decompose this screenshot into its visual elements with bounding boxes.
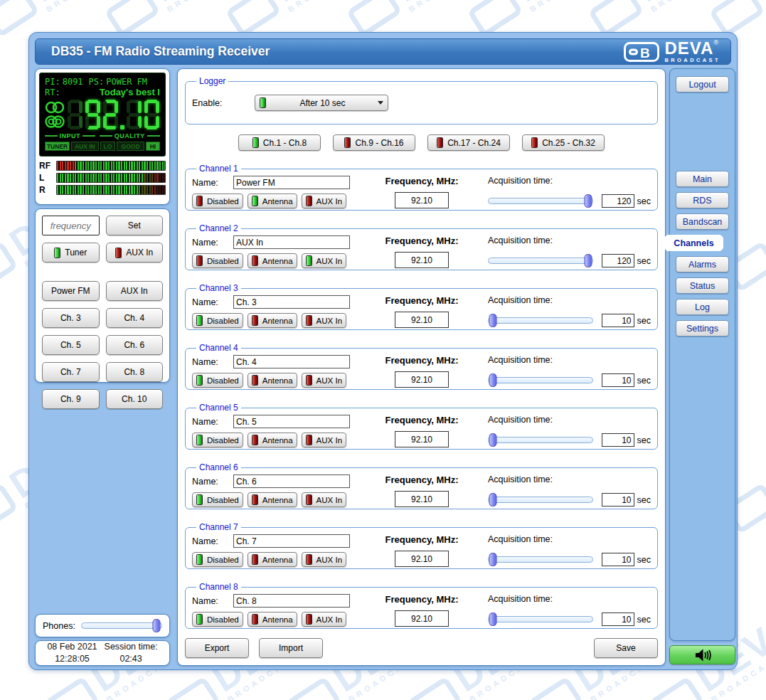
sidebar-item-channels[interactable]: Channels bbox=[664, 235, 723, 251]
channel-auxin-button[interactable]: AUX In bbox=[302, 313, 346, 328]
db-logo-watermark-icon bbox=[286, 677, 342, 700]
acquisition-time-slider[interactable] bbox=[488, 258, 593, 264]
acquisition-time-input[interactable] bbox=[602, 612, 634, 626]
preset-ch3-button[interactable]: Ch. 3 bbox=[42, 308, 100, 328]
preset-ch4-button[interactable]: Ch. 4 bbox=[106, 308, 164, 328]
channel-auxin-button[interactable]: AUX In bbox=[302, 492, 346, 507]
channel-antenna-button[interactable]: Antenna bbox=[248, 612, 297, 627]
acquisition-time-slider[interactable] bbox=[488, 377, 593, 383]
set-frequency-button[interactable]: Set bbox=[106, 216, 164, 235]
save-button[interactable]: Save bbox=[594, 638, 658, 658]
right-meter-label: R bbox=[39, 185, 56, 195]
acquisition-time-input[interactable] bbox=[602, 194, 634, 208]
channel-disabled-button[interactable]: Disabled bbox=[192, 373, 243, 388]
audio-monitor-button[interactable] bbox=[669, 645, 735, 664]
preset-auxin-button[interactable]: AUX In bbox=[106, 281, 164, 301]
slider-thumb[interactable] bbox=[489, 493, 496, 507]
channel-auxin-button[interactable]: AUX In bbox=[302, 433, 346, 447]
tab-ch17-ch24[interactable]: Ch.17 - Ch.24 bbox=[427, 134, 510, 151]
channel-antenna-button[interactable]: Antenna bbox=[248, 373, 297, 388]
sidebar-item-settings[interactable]: Settings bbox=[676, 320, 729, 336]
channel-name-input[interactable] bbox=[233, 474, 350, 488]
phones-volume-slider[interactable] bbox=[81, 622, 162, 629]
channel-name-input[interactable] bbox=[233, 355, 350, 368]
frequency-input[interactable] bbox=[395, 252, 449, 268]
channel-auxin-button[interactable]: AUX In bbox=[302, 612, 346, 627]
auxin-source-button[interactable]: AUX In bbox=[106, 243, 164, 262]
acquisition-time-input[interactable] bbox=[602, 553, 634, 566]
frequency-input[interactable] bbox=[395, 551, 449, 567]
channel-disabled-button[interactable]: Disabled bbox=[192, 253, 243, 268]
channel-auxin-button[interactable]: AUX In bbox=[302, 552, 346, 567]
channel-antenna-button[interactable]: Antenna bbox=[248, 193, 297, 208]
frequency-input[interactable] bbox=[395, 371, 449, 388]
slider-thumb[interactable] bbox=[489, 553, 496, 566]
preset-powerfm-button[interactable]: Power FM bbox=[42, 281, 100, 301]
frequency-input[interactable] bbox=[395, 610, 449, 627]
logger-enable-dropdown[interactable]: After 10 sec bbox=[255, 95, 388, 111]
slider-thumb[interactable] bbox=[153, 619, 161, 632]
preset-ch8-button[interactable]: Ch. 8 bbox=[106, 362, 164, 382]
channel-disabled-button[interactable]: Disabled bbox=[192, 313, 243, 328]
slider-thumb[interactable] bbox=[489, 612, 496, 626]
acquisition-time-slider[interactable] bbox=[488, 317, 593, 324]
channel-name-input[interactable] bbox=[233, 415, 350, 428]
logout-button[interactable]: Logout bbox=[676, 76, 729, 92]
acquisition-time-input[interactable] bbox=[602, 373, 634, 387]
acquisition-time-slider[interactable] bbox=[488, 497, 593, 503]
export-button[interactable]: Export bbox=[185, 638, 249, 658]
acquisition-time-input[interactable] bbox=[602, 314, 634, 327]
sidebar-item-main[interactable]: Main bbox=[676, 171, 729, 187]
channel-name-input[interactable] bbox=[233, 534, 350, 548]
channel-name-input[interactable] bbox=[233, 176, 350, 189]
channel-name-input[interactable] bbox=[233, 295, 350, 309]
slider-thumb[interactable] bbox=[489, 314, 496, 327]
channel-auxin-button[interactable]: AUX In bbox=[302, 253, 346, 268]
channel-disabled-button[interactable]: Disabled bbox=[192, 433, 243, 447]
tuner-source-button[interactable]: Tuner bbox=[42, 243, 100, 262]
channel-disabled-button[interactable]: Disabled bbox=[192, 552, 243, 567]
tab-ch25-ch32[interactable]: Ch.25 - Ch.32 bbox=[522, 134, 605, 151]
channel-disabled-button[interactable]: Disabled bbox=[192, 193, 243, 208]
sidebar-item-rds[interactable]: RDS bbox=[676, 192, 729, 208]
channel-antenna-button[interactable]: Antenna bbox=[248, 552, 297, 567]
acquisition-time-slider[interactable] bbox=[488, 437, 593, 443]
preset-ch6-button[interactable]: Ch. 6 bbox=[106, 335, 164, 355]
sidebar-item-log[interactable]: Log bbox=[676, 299, 729, 315]
import-button[interactable]: Import bbox=[259, 638, 323, 658]
acquisition-time-input[interactable] bbox=[602, 254, 634, 267]
channel-auxin-button[interactable]: AUX In bbox=[302, 373, 346, 388]
channel-antenna-button[interactable]: Antenna bbox=[248, 253, 297, 268]
channel-name-input[interactable] bbox=[233, 235, 350, 249]
preset-ch9-button[interactable]: Ch. 9 bbox=[42, 389, 100, 409]
sidebar-item-status[interactable]: Status bbox=[676, 277, 729, 294]
slider-thumb[interactable] bbox=[584, 194, 592, 208]
preset-ch7-button[interactable]: Ch. 7 bbox=[42, 362, 100, 382]
slider-thumb[interactable] bbox=[489, 373, 496, 387]
channel-disabled-button[interactable]: Disabled bbox=[192, 612, 243, 627]
slider-thumb[interactable] bbox=[584, 254, 592, 267]
channel-disabled-button[interactable]: Disabled bbox=[192, 492, 243, 507]
preset-ch5-button[interactable]: Ch. 5 bbox=[42, 335, 100, 355]
tab-ch1-ch8[interactable]: Ch.1 - Ch.8 bbox=[238, 134, 321, 151]
acquisition-time-slider[interactable] bbox=[488, 616, 593, 622]
channel-antenna-button[interactable]: Antenna bbox=[248, 433, 297, 447]
tab-ch9-ch16[interactable]: Ch.9 - Ch.16 bbox=[333, 134, 415, 151]
sidebar-item-bandscan[interactable]: Bandscan bbox=[676, 213, 729, 230]
acquisition-time-input[interactable] bbox=[602, 433, 634, 447]
channel-antenna-button[interactable]: Antenna bbox=[248, 313, 297, 328]
frequency-input[interactable] bbox=[395, 491, 449, 507]
acquisition-time-slider[interactable] bbox=[488, 198, 593, 204]
frequency-input[interactable] bbox=[395, 431, 449, 447]
acquisition-time-slider[interactable] bbox=[488, 556, 593, 563]
sidebar-item-alarms[interactable]: Alarms bbox=[676, 256, 729, 272]
channel-auxin-button[interactable]: AUX In bbox=[302, 193, 346, 208]
preset-ch10-button[interactable]: Ch. 10 bbox=[106, 389, 164, 409]
frequency-entry-input[interactable] bbox=[42, 216, 100, 235]
channel-name-input[interactable] bbox=[233, 594, 350, 608]
slider-thumb[interactable] bbox=[489, 433, 496, 447]
frequency-input[interactable] bbox=[395, 312, 449, 328]
frequency-input[interactable] bbox=[395, 192, 449, 208]
acquisition-time-input[interactable] bbox=[602, 493, 634, 507]
channel-antenna-button[interactable]: Antenna bbox=[248, 492, 297, 507]
